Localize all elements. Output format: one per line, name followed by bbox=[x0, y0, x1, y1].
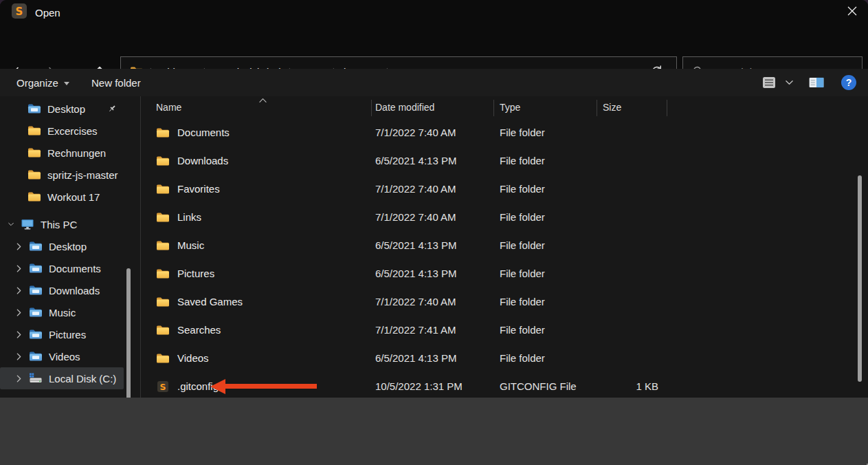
new-folder-label: New folder bbox=[91, 77, 141, 89]
this-pc-tree: Desktop Documents Downloads bbox=[0, 235, 140, 389]
window-title: Open bbox=[35, 7, 60, 19]
sidebar-item-label: Excercises bbox=[47, 125, 98, 137]
file-icon bbox=[156, 353, 170, 364]
file-date-modified: 6/5/2021 4:13 PM bbox=[375, 259, 456, 288]
file-row[interactable]: Links 7/1/2022 7:40 AM File folder bbox=[141, 203, 868, 231]
chevron-down-icon[interactable] bbox=[8, 221, 14, 227]
sidebar-item[interactable]: Workout 17 bbox=[0, 186, 124, 208]
file-row[interactable]: Videos 6/5/2021 4:13 PM File folder bbox=[141, 344, 868, 372]
file-list: Name Date modified Type Size Documents bbox=[141, 96, 868, 398]
views-dropdown-button[interactable] bbox=[786, 80, 793, 85]
file-date-modified: 6/5/2021 4:13 PM bbox=[375, 344, 456, 372]
sidebar-item[interactable]: Music bbox=[0, 301, 124, 323]
file-size bbox=[597, 344, 658, 372]
folder-icon bbox=[29, 241, 43, 252]
sidebar-scrollbar[interactable] bbox=[126, 268, 131, 398]
sidebar-item-label: Desktop bbox=[47, 103, 85, 115]
sort-ascending-icon bbox=[259, 98, 267, 103]
file-type: File folder bbox=[500, 147, 545, 175]
close-icon bbox=[847, 6, 857, 19]
file-size bbox=[597, 203, 658, 231]
sidebar-item-label: Pictures bbox=[49, 329, 86, 340]
column-header-size[interactable]: Size bbox=[603, 96, 621, 118]
preview-pane-icon bbox=[808, 76, 825, 89]
chevron-right-icon[interactable] bbox=[16, 375, 22, 382]
column-header-date-modified[interactable]: Date modified bbox=[375, 96, 434, 118]
list-scrollbar[interactable] bbox=[858, 175, 862, 382]
folder-icon bbox=[27, 169, 41, 180]
close-button[interactable] bbox=[836, 0, 868, 25]
file-row[interactable]: Downloads 6/5/2021 4:13 PM File folder bbox=[141, 147, 868, 175]
file-type: File folder bbox=[500, 288, 545, 316]
file-row[interactable]: Saved Games 7/1/2022 7:40 AM File folder bbox=[141, 288, 868, 316]
file-type: File folder bbox=[500, 316, 545, 344]
chevron-right-icon[interactable] bbox=[16, 265, 22, 272]
file-size bbox=[597, 259, 658, 288]
arrow-shaft bbox=[225, 384, 317, 389]
chevron-right-icon[interactable] bbox=[16, 331, 22, 338]
file-row[interactable]: Favorites 7/1/2022 7:40 AM File folder bbox=[141, 175, 868, 203]
app-icon bbox=[12, 3, 27, 21]
new-folder-button[interactable]: New folder bbox=[91, 69, 141, 96]
annotation-arrow bbox=[210, 372, 317, 398]
file-row[interactable]: Pictures 6/5/2021 4:13 PM File folder bbox=[141, 259, 868, 288]
file-date-modified: 7/1/2022 7:41 AM bbox=[375, 316, 456, 344]
column-separator bbox=[667, 100, 667, 116]
file-date-modified: 7/1/2022 7:40 AM bbox=[375, 175, 456, 203]
sidebar-item[interactable]: Desktop bbox=[0, 235, 124, 257]
file-name: Searches bbox=[177, 324, 221, 336]
column-header-name[interactable]: Name bbox=[156, 96, 181, 118]
file-type: File folder bbox=[500, 344, 545, 372]
sidebar-item[interactable]: Downloads bbox=[0, 279, 124, 301]
sidebar-item[interactable]: Videos bbox=[0, 345, 124, 367]
file-date-modified: 7/1/2022 7:40 AM bbox=[375, 203, 456, 231]
organize-button[interactable]: Organize bbox=[16, 69, 69, 96]
file-icon bbox=[156, 325, 170, 336]
preview-pane-button[interactable] bbox=[808, 76, 825, 89]
arrow-head bbox=[210, 379, 225, 394]
sidebar-item[interactable]: spritz-js-master bbox=[0, 164, 124, 186]
file-name: Music bbox=[177, 239, 204, 251]
file-size bbox=[597, 147, 658, 175]
file-date-modified: 7/1/2022 7:40 AM bbox=[375, 118, 456, 147]
chevron-right-icon[interactable] bbox=[16, 287, 22, 294]
chevron-down-icon bbox=[64, 82, 69, 85]
sidebar-item[interactable]: Excercises bbox=[0, 120, 124, 142]
sidebar-item[interactable]: Rechnungen bbox=[0, 142, 124, 164]
sidebar-item[interactable]: Documents bbox=[0, 257, 124, 279]
list-header: Name Date modified Type Size bbox=[141, 96, 868, 118]
resize-grip[interactable] bbox=[863, 459, 865, 462]
file-type: GITCONFIG File bbox=[500, 372, 577, 398]
file-size bbox=[597, 288, 658, 316]
sidebar-item[interactable]: Pictures bbox=[0, 323, 124, 345]
file-row[interactable]: .gitconfig 10/5/2022 1:31 PM GITCONFIG F… bbox=[141, 372, 868, 398]
file-row[interactable]: Searches 7/1/2022 7:41 AM File folder bbox=[141, 316, 868, 344]
file-row[interactable]: Documents 7/1/2022 7:40 AM File folder bbox=[141, 118, 868, 147]
sidebar-item-label: Downloads bbox=[49, 285, 100, 296]
file-type: File folder bbox=[500, 118, 545, 147]
file-type: File folder bbox=[500, 259, 545, 288]
views-button[interactable] bbox=[761, 76, 777, 89]
chevron-right-icon[interactable] bbox=[16, 309, 22, 316]
file-size bbox=[597, 118, 658, 147]
column-separator bbox=[371, 100, 372, 116]
sidebar-item-this-pc[interactable]: This PC bbox=[0, 213, 124, 235]
chevron-right-icon[interactable] bbox=[16, 353, 22, 360]
help-button[interactable] bbox=[841, 75, 856, 90]
file-date-modified: 7/1/2022 7:40 AM bbox=[375, 288, 456, 316]
titlebar: Open bbox=[0, 0, 868, 25]
folder-icon bbox=[29, 329, 43, 340]
sidebar-item-label: Rechnungen bbox=[47, 147, 106, 159]
file-icon bbox=[156, 212, 170, 223]
quick-access-list: Desktop Excercises Rechnungen bbox=[0, 98, 140, 208]
content-area: Desktop Excercises Rechnungen bbox=[0, 96, 868, 398]
file-name: Links bbox=[177, 211, 201, 223]
sidebar-item[interactable]: Desktop bbox=[0, 98, 124, 120]
column-header-type[interactable]: Type bbox=[500, 96, 520, 118]
sidebar-item-label: Desktop bbox=[49, 241, 87, 252]
sidebar-item[interactable]: Local Disk (C:) bbox=[0, 367, 124, 389]
file-name: Saved Games bbox=[177, 296, 243, 307]
file-row[interactable]: Music 6/5/2021 4:13 PM File folder bbox=[141, 231, 868, 259]
file-rows: Documents 7/1/2022 7:40 AM File folder D… bbox=[141, 118, 868, 398]
chevron-right-icon[interactable] bbox=[16, 243, 22, 250]
